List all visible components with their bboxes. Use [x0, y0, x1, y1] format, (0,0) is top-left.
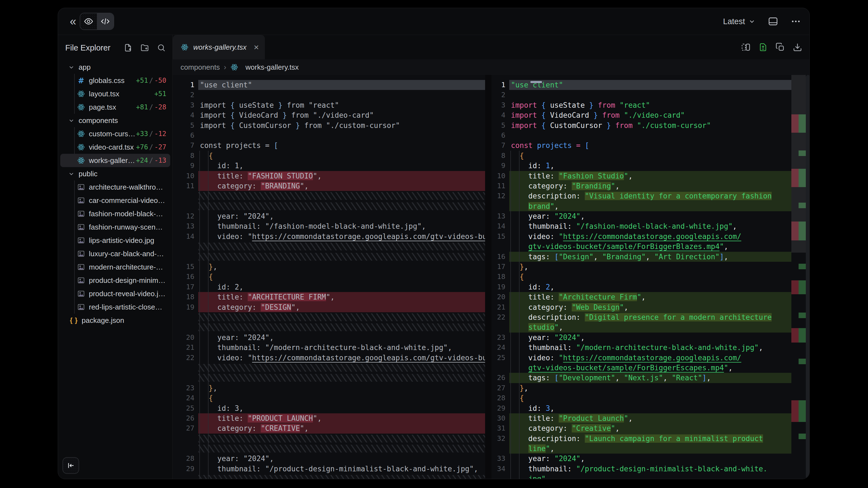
diff-filler-row: [181, 444, 485, 454]
line-number: [181, 474, 194, 479]
image-icon: [77, 183, 85, 191]
file-label: car-commercial-video…: [89, 196, 165, 205]
sidebar-item-public[interactable]: public: [60, 167, 170, 181]
code-content: {: [509, 151, 794, 161]
line-number: 34: [492, 464, 505, 474]
breadcrumb-file[interactable]: works-gallery.tsx: [245, 63, 299, 72]
diff-pane-old: 1"use client"23import { useState } from …: [181, 75, 485, 479]
minimap-addition-mark: [799, 400, 806, 422]
close-tab-icon[interactable]: ×: [254, 43, 259, 52]
line-number: 9: [492, 161, 505, 171]
horizontal-scrollbar[interactable]: [530, 81, 542, 83]
line-number: 26: [492, 373, 505, 383]
code-content: tags: ["Design", "Branding", "Art Direct…: [509, 252, 794, 262]
split-view-icon[interactable]: [741, 42, 750, 52]
file-label: package.json: [82, 316, 124, 325]
code-line: 5import { CustomCursor } from "./custom-…: [492, 121, 794, 130]
sidebar-item-product-reveal-video.j-[interactable]: product-reveal-video.j…: [60, 287, 170, 300]
chevron-down-icon[interactable]: [68, 170, 75, 177]
preview-toggle-button[interactable]: [80, 13, 97, 29]
file-label: red-lips-artistic-close…: [89, 303, 162, 312]
sidebar-item-layout.tsx[interactable]: layout.tsx+51: [60, 87, 170, 100]
line-number: 2: [492, 90, 505, 100]
diff-filler-row: [181, 474, 485, 479]
sidebar-item-video-card.tsx[interactable]: video-card.tsx+76/-27: [60, 140, 170, 154]
copy-icon[interactable]: [776, 42, 785, 52]
line-number: 16: [181, 272, 194, 282]
code-line: brand",: [492, 201, 794, 211]
sidebar-item-components[interactable]: components: [60, 114, 170, 127]
new-file-icon[interactable]: [124, 43, 132, 52]
line-number: 23: [492, 332, 505, 343]
collapse-panel-button[interactable]: «: [66, 15, 80, 28]
sidebar-item-lips-artistic-video.jpg[interactable]: lips-artistic-video.jpg: [60, 234, 170, 247]
code-content: },: [198, 262, 485, 272]
code-line: 20 title: "Architecture Firm",: [492, 292, 794, 302]
sidebar-item-red-lips-artistic-close-[interactable]: red-lips-artistic-close…: [60, 300, 170, 314]
new-folder-icon[interactable]: [140, 43, 149, 52]
code-line: 13 year: "2024",: [492, 211, 794, 221]
diff-filler-row: [181, 373, 485, 383]
code-content: year: "2024",: [509, 332, 794, 343]
bottom-panel-icon[interactable]: [768, 16, 778, 27]
sidebar-item-luxury-car-black-and-[interactable]: luxury-car-black-and-…: [60, 247, 170, 260]
diff-stats: +51: [154, 90, 170, 98]
sidebar-item-product-design-minim-[interactable]: product-design-minim…: [60, 274, 170, 287]
tab-works-gallery[interactable]: works-gallery.tsx ×: [173, 35, 265, 59]
sidebar-item-modern-architecture-[interactable]: modern-architecture-…: [60, 260, 170, 274]
diff-stats: +76/-27: [136, 143, 170, 151]
image-icon: [77, 223, 85, 231]
minimap-viewport[interactable]: [792, 75, 806, 253]
line-number: 5: [492, 121, 505, 130]
code-content: [198, 201, 485, 211]
sidebar-item-globals.css[interactable]: #globals.css+51/-50: [60, 74, 170, 87]
sidebar-item-fashion-runway-scen-[interactable]: fashion-runway-scen…: [60, 220, 170, 234]
code-line: 19 id: 2,: [492, 282, 794, 292]
chevron-down-icon[interactable]: [68, 64, 75, 70]
code-line: 31 category: "Creative",: [492, 423, 794, 433]
pane-divider[interactable]: [485, 75, 492, 479]
minimap[interactable]: [792, 75, 806, 479]
css-icon: #: [77, 76, 85, 85]
line-number: 30: [492, 413, 505, 423]
download-icon[interactable]: [793, 42, 802, 52]
code-content: [198, 312, 485, 322]
file-label: product-design-minim…: [89, 276, 165, 285]
file-diff-icon[interactable]: [758, 42, 768, 52]
tab-label: works-gallery.tsx: [193, 43, 247, 52]
code-content: category: "Branding",: [509, 181, 794, 191]
code-line: 13 thumbnail: "/fashion-model-black-and-…: [181, 221, 485, 231]
code-line: 12 description: "Visual identity for a c…: [492, 191, 794, 201]
indent-guide: [510, 151, 511, 479]
sidebar-item-page.tsx[interactable]: page.tsx+81/-28: [60, 100, 170, 114]
diff-filler-row: [181, 252, 485, 262]
code-toggle-button[interactable]: [97, 13, 114, 29]
code-line: 6: [181, 130, 485, 140]
more-options-icon[interactable]: [790, 16, 801, 27]
line-number: [181, 444, 194, 454]
sidebar-item-works-galler-[interactable]: works-galler…+24/-13: [60, 154, 170, 167]
sidebar-item-app[interactable]: app: [60, 61, 170, 74]
image-icon: [77, 210, 85, 218]
vertical-scrollbar[interactable]: [806, 75, 810, 479]
sidebar-item-car-commercial-video-[interactable]: car-commercial-video…: [60, 194, 170, 207]
sidebar-item-custom-curs-[interactable]: custom-curs…+33/-12: [60, 127, 170, 140]
code-content: },: [509, 262, 794, 272]
search-icon[interactable]: [157, 43, 166, 52]
folder-label: components: [79, 116, 118, 125]
code-content: title: "PRODUCT LAUNCH",: [198, 413, 485, 423]
code-content: {: [198, 151, 485, 161]
react-icon: [181, 43, 189, 51]
chevron-down-icon[interactable]: [68, 117, 75, 124]
react-icon: [77, 143, 85, 151]
breadcrumb-folder[interactable]: components: [181, 63, 220, 72]
sidebar-item-architecture-walkthro-[interactable]: architecture-walkthro…: [60, 181, 170, 194]
code-line: 34 thumbnail: "/product-design-minimalis…: [492, 464, 794, 474]
line-number: 6: [492, 130, 505, 140]
line-number: 19: [492, 282, 505, 292]
version-selector[interactable]: Latest: [723, 17, 755, 26]
collapse-sidebar-button[interactable]: [62, 457, 79, 474]
code-line: 24 {: [181, 393, 485, 403]
sidebar-item-fashion-model-black-[interactable]: fashion-model-black-…: [60, 207, 170, 220]
sidebar-item-package.json[interactable]: { }package.json: [60, 314, 170, 327]
